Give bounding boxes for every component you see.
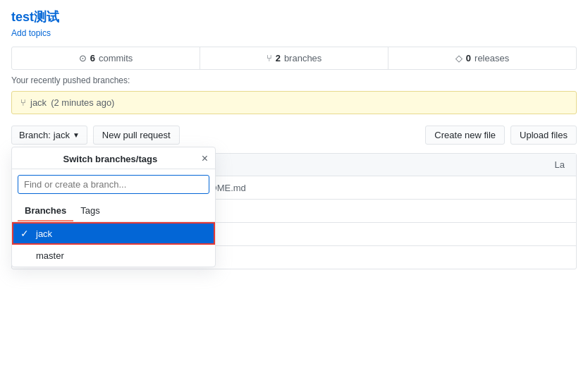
toolbar: Branch: jack ▼ New pull request Create n…	[0, 120, 588, 150]
tab-tags[interactable]: Tags	[73, 202, 106, 221]
right-actions: Create new file Upload files	[425, 126, 577, 145]
branch-item-master-label: master	[36, 250, 64, 261]
last-commit-label: La	[555, 159, 565, 170]
file-message-testjack: ad tet	[159, 229, 565, 240]
tab-branches[interactable]: Branches	[18, 202, 73, 221]
branch-item-jack[interactable]: ✓ jack	[12, 222, 215, 245]
tag-icon: ◇	[455, 53, 463, 63]
branch-value: jack	[54, 130, 70, 140]
branch-item-master[interactable]: master	[12, 245, 215, 267]
branch-icon-small: ⑂	[20, 97, 26, 108]
check-icon: ✓	[20, 228, 30, 239]
add-topics-link[interactable]: Add topics	[11, 28, 51, 38]
file-message-kind-create: Update README.md	[159, 183, 565, 193]
dropdown-close-button[interactable]: ×	[202, 153, 208, 164]
commits-label: commits	[99, 53, 133, 63]
pushed-branch-name: jack	[30, 97, 47, 108]
branch-prefix: Branch:	[19, 130, 51, 140]
repo-header: test测试 Add topics	[0, 0, 588, 41]
branches-stat[interactable]: ⑂ 2 branches	[200, 47, 388, 69]
chevron-down-icon: ▼	[73, 131, 80, 139]
releases-stat[interactable]: ◇ 0 releases	[388, 47, 576, 69]
branches-count: 2	[276, 53, 281, 63]
branch-selector-button[interactable]: Branch: jack ▼	[11, 126, 87, 145]
pushed-banner: ⑂ jack (2 minutes ago)	[11, 91, 577, 114]
page: test测试 Add topics ⊙ 6 commits ⑂ 2 branch…	[0, 0, 588, 378]
releases-count: 0	[466, 53, 471, 63]
dropdown-tabs: Branches Tags	[12, 200, 215, 222]
pushed-label: Your recently pushed branches:	[11, 75, 577, 85]
upload-files-button[interactable]: Upload files	[510, 126, 577, 145]
stats-bar: ⊙ 6 commits ⑂ 2 branches ◇ 0 releases	[11, 47, 577, 70]
dropdown-title: Switch branches/tags	[19, 154, 202, 164]
branch-item-jack-label: jack	[36, 228, 52, 239]
dropdown-items: ✓ jack master	[12, 222, 215, 267]
commit-icon: ⊙	[79, 53, 87, 63]
new-pull-request-button[interactable]: New pull request	[93, 126, 180, 145]
repo-title[interactable]: test测试	[11, 8, 577, 25]
branch-search-input[interactable]	[18, 175, 209, 194]
releases-label: releases	[474, 53, 509, 63]
commits-count: 6	[90, 53, 95, 63]
commits-stat[interactable]: ⊙ 6 commits	[12, 47, 200, 69]
branch-icon: ⑂	[267, 53, 272, 63]
file-message-test3: ad test3	[159, 206, 565, 217]
create-new-file-button[interactable]: Create new file	[425, 126, 505, 145]
dropdown-header: Switch branches/tags ×	[12, 147, 215, 169]
branches-label: branches	[284, 53, 321, 63]
branch-dropdown: Switch branches/tags × Branches Tags ✓ j…	[11, 147, 216, 267]
dropdown-search	[12, 169, 215, 200]
pushed-time: (2 minutes ago)	[51, 97, 114, 108]
